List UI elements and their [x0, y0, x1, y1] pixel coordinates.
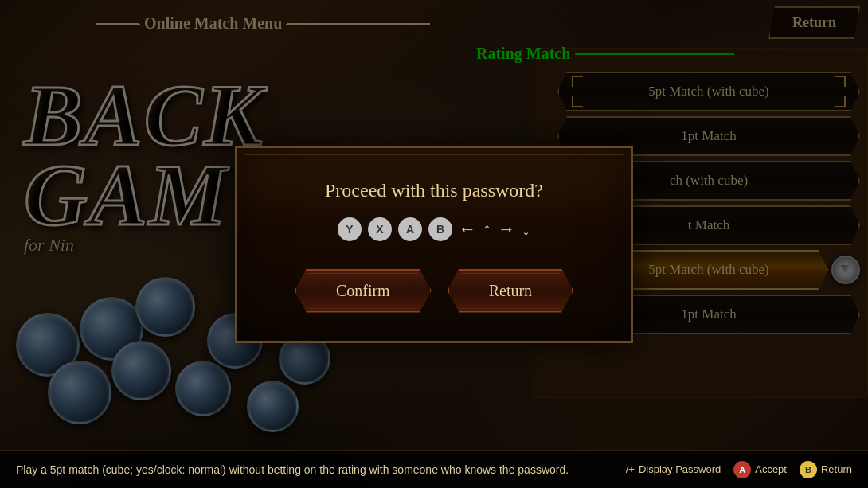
status-bar: Play a 5pt match (cube; yes/clock: norma… [0, 450, 868, 488]
password-confirm-modal: Proceed with this password? Y X A B ← ↑ … [235, 146, 633, 343]
modal-title: Proceed with this password? [269, 180, 599, 201]
password-icon-a: A [398, 217, 422, 241]
control-display-password: -/+ Display Password [622, 463, 721, 475]
modal-button-area: Confirm Return [269, 269, 599, 313]
control-return: B Return [800, 461, 852, 478]
password-arrow-right: → [498, 219, 515, 240]
control-accept: A Accept [733, 461, 787, 478]
password-icon-y: Y [338, 217, 362, 241]
password-arrow-up: ↑ [483, 219, 491, 240]
status-controls: -/+ Display Password A Accept B Return [622, 461, 852, 478]
password-display: Y X A B ← ↑ → ↓ [269, 217, 599, 241]
accept-button-icon: A [733, 461, 751, 478]
password-arrow-left: ← [459, 219, 476, 240]
return-label: Return [821, 463, 852, 475]
modal-overlay: Proceed with this password? Y X A B ← ↑ … [0, 0, 868, 488]
status-description: Play a 5pt match (cube; yes/clock: norma… [16, 463, 569, 476]
accept-label: Accept [755, 463, 787, 475]
password-icon-x: X [368, 217, 392, 241]
password-icon-b: B [428, 217, 452, 241]
confirm-button[interactable]: Confirm [295, 269, 432, 313]
return-button-icon: B [800, 461, 817, 478]
display-password-label: Display Password [639, 463, 721, 475]
password-arrow-down: ↓ [522, 219, 530, 240]
modal-return-button[interactable]: Return [448, 269, 573, 313]
display-password-key: -/+ [622, 463, 635, 475]
